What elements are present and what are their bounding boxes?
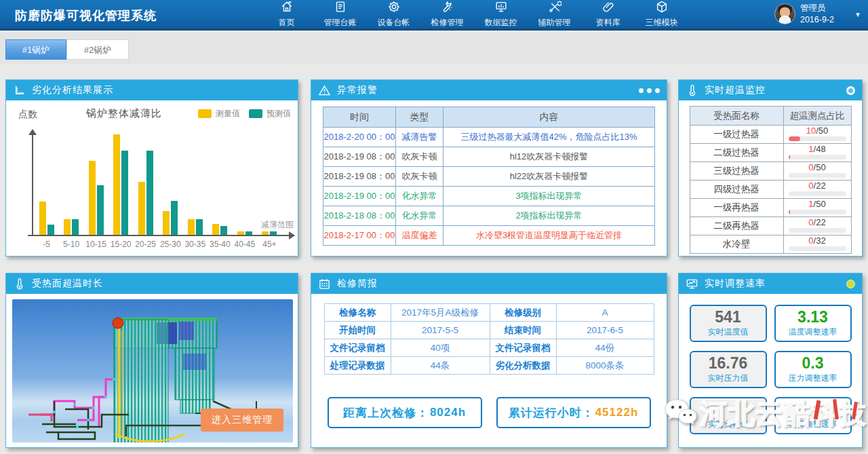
alarm-cell: 减薄告警: [396, 128, 443, 147]
bar-group: 45+: [262, 231, 277, 235]
rates-grid: 541实时温度值3.13温度调整速率16.76实时压力值0.3压力调整速率实时负…: [679, 294, 862, 434]
surface-name: 水冷壁: [690, 235, 783, 254]
alarm-column-header: 内容: [443, 107, 655, 128]
panel-maintenance-brief: 检修简报 检修名称2017年5月A级检修检修级别A开始时间2017-5-5结束时…: [311, 273, 667, 448]
panel-realtime-rates: 实时调整速率 541实时温度值3.13温度调整速率16.76实时压力值0.3压力…: [678, 273, 863, 448]
panel-header: 检修简报: [311, 273, 667, 294]
user-block[interactable]: 管理员 2016-9-2: [774, 3, 834, 26]
overtemp-progress-fill: [789, 136, 800, 141]
ruler-icon: [13, 84, 26, 97]
alarm-cell: 2018-2-18 08：00: [323, 206, 396, 226]
maintenance-stat-button[interactable]: 距离上次检修：8024h: [328, 397, 482, 428]
panel-options-button[interactable]: [639, 88, 660, 93]
enter-3d-management-button[interactable]: 进入三维管理: [201, 409, 283, 432]
user-avatar[interactable]: [774, 3, 795, 24]
bar-预测值: [47, 225, 54, 235]
alarm-row: 2018-2-20 00：00减薄告警三级过热器最大减薄值42%，危险点占比13…: [323, 128, 655, 147]
surface-name: 二级过热器: [690, 144, 783, 162]
overtemp-ratio-value: 10/50: [789, 126, 846, 136]
tab-boiler-2[interactable]: #2锅炉: [66, 39, 129, 60]
alarm-column-header: 时间: [323, 107, 396, 128]
nav-item-gear[interactable]: 设备台帐: [367, 0, 420, 29]
rate-label: 温度调整速率: [776, 326, 850, 338]
wrench-icon: [441, 0, 454, 17]
bar-预测值: [171, 201, 178, 235]
rate-box: 541实时温度值: [690, 305, 767, 342]
panel-title: 受热面超温时长: [32, 278, 103, 290]
user-caret-icon[interactable]: ▼: [854, 11, 861, 18]
top-navbar: 防磨防爆可视化管理系统 首页管理台账设备台帐检修管理数据监控辅助管理资料库三维模…: [0, 0, 868, 31]
surface-name: 一级再热器: [690, 199, 783, 217]
maintenance-row: 检修名称2017年5月A级检修检修级别A: [324, 304, 654, 322]
overtemp-progress-track: [789, 191, 846, 196]
nav-item-label: 首页: [279, 17, 295, 29]
alarm-cell: 温度偏差: [396, 226, 443, 246]
overtemp-ratio-value: 0/32: [789, 236, 846, 246]
nav-item-ledger[interactable]: 管理台账: [313, 0, 367, 29]
legend-swatch: [249, 109, 262, 118]
bar-测量值: [237, 231, 244, 235]
maintenance-field-label: 检修级别: [490, 304, 556, 322]
overtemp-progress-track: [789, 136, 846, 141]
maintenance-row: 文件记录留档40项文件记录留档44份: [324, 339, 654, 357]
alarm-cell: hl22吹灰器卡顿报警: [443, 167, 655, 187]
alarm-table: 时间类型内容 2018-2-20 00：00减薄告警三级过热器最大减薄值42%，…: [323, 107, 655, 246]
overtemp-progress-track: [789, 173, 846, 178]
maintenance-stat-button[interactable]: 累计运行小时：45122h: [496, 397, 651, 428]
panel-title: 实时超温监控: [705, 84, 766, 96]
y-axis: [32, 134, 33, 236]
bar-group: 35-40: [212, 224, 228, 235]
rate-value: 541: [691, 308, 766, 326]
panel-title: 检修简报: [337, 278, 378, 290]
surface-name: 三级过热器: [690, 162, 783, 181]
status-light-indicator: [846, 280, 855, 288]
panel-degradation-analysis: 劣化分析结果展示 点数 锅炉整体减薄比 测量值预测值 -55-1010-1515…: [5, 79, 298, 257]
alarm-cell: 2018-2-19 08：00: [323, 147, 396, 167]
legend-swatch: [198, 109, 212, 118]
overtemp-ratio-value: 1/50: [789, 200, 846, 209]
chart-title: 锅炉整体减薄比: [86, 107, 162, 120]
bar-测量值: [113, 134, 120, 235]
maintenance-field-value: 44份: [556, 339, 654, 357]
bar-group: 10-15: [88, 161, 104, 235]
tab-boiler-1[interactable]: #1锅炉: [5, 39, 66, 60]
maintenance-field-label: 文件记录留档: [490, 339, 556, 357]
button-label: 距离上次检修：: [343, 405, 429, 421]
nav-item-wrench[interactable]: 检修管理: [420, 0, 474, 29]
overtemp-progress-fill: [789, 155, 791, 159]
rate-box: 实时负荷值: [690, 397, 767, 434]
boiler-3d-view[interactable]: 进入三维管理: [12, 299, 293, 442]
nav-item-home[interactable]: 首页: [260, 0, 313, 29]
alert-triangle-icon: [318, 84, 331, 97]
nav-item-paperclip[interactable]: 资料库: [581, 0, 635, 29]
alarm-cell: hl12吹灰器卡顿报警: [443, 147, 655, 167]
bar-预测值: [220, 226, 227, 235]
nav-item-monitor[interactable]: 数据监控: [474, 0, 528, 29]
overtemp-progress-track: [789, 210, 846, 214]
nav-item-label: 设备台帐: [378, 17, 410, 29]
overtemp-table-header: 受热面名称超温测点占比: [690, 107, 851, 126]
bar-group: 15-20: [113, 134, 129, 235]
ledger-icon: [334, 0, 347, 17]
status-ring-indicator: [846, 86, 855, 95]
panel-title: 劣化分析结果展示: [32, 84, 113, 96]
alarm-cell: 2018-2-19 08：00: [323, 167, 396, 187]
maintenance-field-value: 2017年5月A级检修: [391, 304, 490, 322]
nav-item-cube[interactable]: 三维模块: [635, 0, 688, 29]
user-name: 管理员: [800, 3, 834, 14]
alarm-cell: 水冷壁3根管道温度明显高于临近管排: [443, 226, 655, 246]
rate-box: 3.13温度调整速率: [774, 305, 852, 342]
gear-icon: [387, 0, 401, 17]
overtemp-row: 一级过热器10/50: [690, 126, 851, 144]
bar-预测值: [72, 219, 79, 235]
cube-icon: [655, 0, 669, 17]
alarm-column-header: 类型: [396, 107, 443, 128]
alarm-cell: 化水异常: [396, 206, 443, 226]
alarm-cell: 3项指标出现异常: [443, 187, 655, 206]
nav-item-tools[interactable]: 辅助管理: [528, 0, 581, 29]
nav-item-label: 三维模块: [646, 17, 678, 29]
bar-预测值: [121, 151, 128, 235]
maintenance-field-value: 8000条条: [556, 357, 654, 375]
nav-item-label: 资料库: [596, 17, 620, 29]
chart-legend: 测量值预测值: [198, 108, 291, 119]
